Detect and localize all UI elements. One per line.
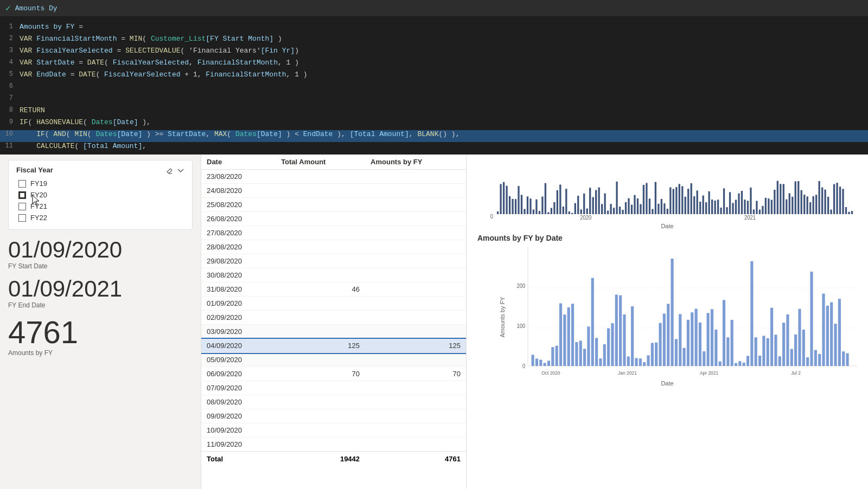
svg-rect-185 [746, 356, 749, 366]
svg-rect-154 [623, 314, 626, 366]
table-row[interactable]: 07/09/2020 [201, 381, 466, 395]
svg-rect-86 [747, 201, 749, 214]
cell-date: 23/08/2020 [201, 170, 276, 184]
fiscal-year-header: Fiscal Year [16, 166, 184, 174]
fy-checkbox-fy19[interactable] [18, 180, 26, 188]
svg-rect-49 [637, 198, 639, 214]
table-row[interactable]: 28/08/2020 [201, 240, 466, 254]
svg-rect-112 [824, 190, 826, 214]
svg-rect-63 [679, 184, 680, 214]
svg-rect-72 [705, 202, 707, 214]
svg-rect-175 [707, 313, 710, 366]
svg-rect-47 [631, 205, 633, 214]
table-row[interactable]: 05/09/2020 [201, 353, 466, 367]
svg-rect-171 [691, 312, 693, 366]
fiscal-year-controls[interactable] [166, 166, 184, 174]
svg-rect-182 [735, 363, 737, 366]
cell-date: 01/09/2020 [201, 297, 276, 311]
fiscal-year-items: FY19FY20FY21FY22 [16, 178, 184, 223]
code-line-1: 1Amounts by FY = [0, 23, 868, 35]
table-row[interactable]: 10/09/2020 [201, 423, 466, 437]
fy-item-fy22[interactable]: FY22 [16, 213, 184, 223]
svg-rect-142 [575, 342, 578, 366]
fy-item-fy20[interactable]: FY20 [16, 190, 184, 200]
svg-rect-33 [589, 188, 591, 214]
svg-rect-31 [583, 194, 585, 214]
table-row[interactable]: 23/08/2020 [201, 170, 466, 184]
svg-rect-162 [655, 343, 658, 366]
svg-rect-66 [687, 189, 689, 214]
table-row[interactable]: 29/08/2020 [201, 254, 466, 268]
table-row[interactable]: 09/09/2020 [201, 409, 466, 423]
svg-rect-200 [806, 357, 809, 366]
col-amounts-fy: Amounts by FY [365, 155, 466, 170]
svg-rect-88 [753, 209, 755, 214]
cell-amounts-fy [365, 297, 466, 311]
svg-rect-194 [782, 323, 785, 366]
bottom-chart-y-label: Amounts by FY [499, 297, 506, 337]
svg-rect-43 [619, 207, 621, 214]
cell-total [276, 395, 365, 409]
svg-rect-172 [695, 309, 698, 366]
code-line-3: 3VAR FiscalYearSelected = SELECTEDVALUE(… [0, 47, 868, 59]
fy-checkbox-fy21[interactable] [18, 203, 26, 210]
code-lines: 1Amounts by FY =2VAR FinancialStartMonth… [0, 21, 868, 155]
cell-date: 30/08/2020 [201, 268, 276, 282]
svg-rect-98 [783, 184, 784, 214]
cell-amounts-fy: 125 [365, 339, 466, 353]
table-row[interactable]: 01/09/2020 [201, 297, 466, 311]
table-row[interactable]: 27/08/2020 [201, 226, 466, 240]
table-row[interactable]: 25/08/2020 [201, 198, 466, 212]
table-row[interactable]: 03/09/2020 [201, 325, 466, 339]
svg-rect-118 [842, 189, 844, 214]
table-row[interactable]: 31/08/202046 [201, 282, 466, 297]
svg-rect-152 [615, 294, 618, 366]
svg-rect-179 [723, 300, 725, 366]
svg-rect-81 [732, 203, 733, 214]
eraser-icon[interactable] [166, 166, 174, 174]
cell-total [276, 409, 365, 423]
svg-rect-176 [711, 309, 713, 366]
fy-item-fy21[interactable]: FY21 [16, 201, 184, 211]
svg-rect-48 [634, 195, 635, 214]
svg-rect-141 [571, 304, 574, 366]
fiscal-year-filter: Fiscal Year FY19FY20FY21FY22 [8, 160, 193, 230]
svg-rect-74 [711, 200, 713, 214]
table-row[interactable]: 30/08/2020 [201, 268, 466, 282]
svg-rect-77 [720, 208, 722, 214]
svg-rect-120 [848, 212, 850, 214]
svg-rect-107 [809, 202, 811, 214]
code-line-7: 7 [0, 94, 868, 106]
svg-rect-9 [518, 186, 519, 214]
cell-total [276, 297, 365, 311]
svg-rect-135 [547, 361, 550, 366]
code-line-11: 11 CALCULATE( [Total Amount], [0, 142, 868, 154]
fy-item-fy19[interactable]: FY19 [16, 178, 184, 189]
cell-amounts-fy [365, 409, 466, 423]
fy-checkbox-fy22[interactable] [18, 214, 26, 222]
svg-rect-164 [663, 313, 666, 366]
table-row[interactable]: 08/09/2020 [201, 395, 466, 409]
table-row[interactable]: 02/09/2020 [201, 311, 466, 325]
code-line-5: 5VAR EndDate = DATE( FiscalYearSelected … [0, 70, 868, 82]
svg-rect-25 [565, 189, 567, 214]
svg-rect-4 [503, 182, 505, 214]
svg-rect-156 [631, 306, 634, 366]
table-row[interactable]: 24/08/2020 [201, 184, 466, 198]
cell-date: 04/09/2020 [201, 339, 276, 353]
svg-rect-161 [651, 343, 654, 366]
fy-checkbox-fy20[interactable] [18, 191, 26, 199]
table-container[interactable]: Date Total Amount Amounts by FY 23/08/20… [201, 155, 466, 489]
chevron-down-icon[interactable] [177, 166, 184, 174]
svg-rect-42 [616, 182, 617, 214]
table-row[interactable]: 26/08/2020 [201, 212, 466, 226]
table-row[interactable]: 11/09/2020 [201, 437, 466, 452]
svg-rect-23 [559, 185, 561, 214]
table-row[interactable]: 06/09/20207070 [201, 367, 466, 381]
cell-date: 29/08/2020 [201, 254, 276, 268]
svg-rect-158 [639, 358, 642, 366]
cell-total [276, 325, 365, 339]
table-row[interactable]: 04/09/2020125125 [201, 339, 466, 353]
svg-rect-89 [756, 201, 757, 214]
title-bar: ✓ Amounts Dy [0, 0, 868, 16]
